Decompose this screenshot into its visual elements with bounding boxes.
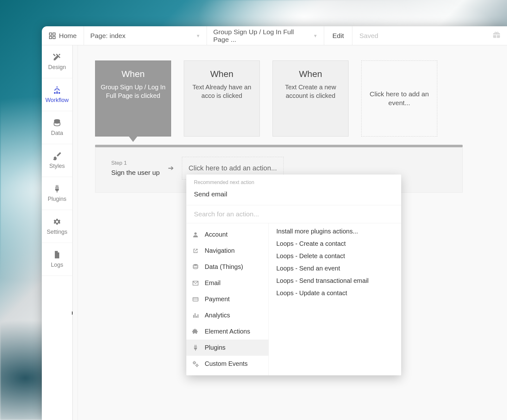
category-label: Payment (205, 296, 230, 303)
chevron-down-icon: ▼ (196, 33, 200, 38)
gear-icon (53, 217, 61, 226)
grid-icon (49, 32, 56, 39)
workflow-canvas: When Group Sign Up / Log In Full Page is… (73, 45, 507, 420)
svg-point-11 (196, 364, 198, 366)
events-row: When Group Sign Up / Log In Full Page is… (95, 60, 507, 137)
home-button[interactable]: Home (42, 26, 84, 45)
event-card[interactable]: When Text Already have an acco is clicke… (184, 60, 260, 137)
edit-label: Edit (332, 32, 344, 40)
category-label: Analytics (205, 312, 230, 319)
action-item[interactable]: Loops - Delete a contact (276, 252, 394, 260)
step-title: Sign the user up (111, 169, 160, 176)
gift-icon (492, 31, 501, 39)
external-link-icon (192, 247, 199, 254)
edit-button[interactable]: Edit (324, 26, 352, 45)
add-event-card[interactable]: Click here to add an event... (361, 60, 437, 137)
sidebar-item-settings[interactable]: Settings (42, 210, 72, 243)
sidebar-item-label: Design (48, 64, 66, 71)
save-status: Saved (352, 32, 385, 40)
svg-point-5 (194, 232, 196, 234)
svg-rect-1 (53, 33, 55, 35)
sidebar: Design Workflow Data Styles Plugins Sett… (42, 45, 73, 420)
gift-button[interactable] (486, 31, 507, 41)
editor-window: Home Page: index ▼ Group Sign Up / Log I… (42, 26, 507, 420)
sidebar-item-data[interactable]: Data (42, 111, 72, 144)
event-eyebrow: When (121, 69, 144, 79)
svg-point-6 (193, 264, 198, 266)
arrow-right-icon: ➔ (168, 164, 174, 172)
recommended-label: Recommended next action (194, 180, 394, 185)
timeline-strip (95, 145, 463, 147)
panel-search (186, 205, 401, 223)
event-eyebrow: When (210, 69, 233, 79)
credit-card-icon (192, 296, 199, 303)
actions-column: Install more plugins actions... Loops - … (269, 223, 401, 375)
sitemap-icon (53, 86, 61, 94)
panel-header: Recommended next action Send email (186, 175, 401, 205)
step-label: Step 1 (111, 160, 160, 166)
category-account[interactable]: Account (186, 226, 268, 243)
category-custom-events[interactable]: Custom Events (186, 356, 268, 372)
add-action-label: Click here to add an action... (189, 164, 277, 172)
home-label: Home (59, 32, 77, 40)
category-label: Navigation (205, 247, 235, 254)
recommended-action[interactable]: Send email (194, 187, 394, 203)
sidebar-item-design[interactable]: Design (42, 45, 72, 78)
category-payment[interactable]: Payment (186, 291, 268, 307)
file-icon (53, 250, 61, 259)
category-plugins[interactable]: Plugins (186, 340, 268, 356)
svg-rect-0 (49, 33, 52, 35)
page-selector-label: Page: index (90, 32, 125, 40)
category-data[interactable]: Data (Things) (186, 259, 268, 275)
sidebar-item-workflow[interactable]: Workflow (42, 78, 72, 111)
action-item[interactable]: Loops - Create a contact (276, 240, 394, 247)
action-item[interactable]: Loops - Send an event (276, 265, 394, 272)
category-navigation[interactable]: Navigation (186, 243, 268, 259)
sidebar-item-plugins[interactable]: Plugins (42, 177, 72, 210)
svg-rect-3 (53, 36, 55, 38)
database-icon (53, 118, 61, 127)
sidebar-item-label: Styles (49, 163, 65, 169)
envelope-icon (192, 280, 199, 287)
svg-point-10 (194, 362, 196, 364)
sidebar-item-label: Settings (47, 229, 67, 235)
category-column: Account Navigation Data (Things) (186, 223, 269, 375)
category-label: Account (205, 231, 228, 238)
category-label: Data (Things) (205, 263, 243, 270)
action-item[interactable]: Install more plugins actions... (276, 228, 394, 235)
event-eyebrow: When (299, 69, 322, 79)
event-description: Group Sign Up / Log In Full Page is clic… (100, 83, 166, 100)
plug-icon (192, 344, 199, 351)
sidebar-item-label: Workflow (45, 97, 69, 104)
sidebar-item-logs[interactable]: Logs (42, 243, 72, 276)
panel-body: Account Navigation Data (Things) (186, 223, 401, 375)
category-label: Custom Events (205, 360, 248, 367)
user-icon (192, 231, 199, 238)
brush-icon (53, 151, 61, 160)
category-label: Email (205, 279, 221, 287)
add-event-label: Click here to add an event... (369, 90, 429, 108)
sidebar-item-label: Plugins (48, 196, 66, 202)
plug-icon (53, 184, 61, 193)
category-email[interactable]: Email (186, 275, 268, 291)
event-description: Text Create a new account is clicked (278, 83, 343, 100)
sidebar-item-label: Data (51, 130, 63, 137)
steps-area: Step 1 Sign the user up ➔ Click here to … (95, 147, 463, 193)
category-element-actions[interactable]: Element Actions (186, 323, 268, 340)
saved-label: Saved (359, 32, 378, 39)
action-item[interactable]: Loops - Update a contact (276, 290, 394, 297)
event-card[interactable]: When Group Sign Up / Log In Full Page is… (95, 60, 171, 137)
event-card[interactable]: When Text Create a new account is clicke… (273, 60, 349, 137)
gears-icon (192, 360, 199, 367)
element-selector[interactable]: Group Sign Up / Log In Full Page ... ▼ (207, 26, 324, 45)
sidebar-item-styles[interactable]: Styles (42, 144, 72, 177)
sidebar-item-label: Logs (51, 262, 63, 268)
step-card[interactable]: Step 1 Sign the user up (111, 160, 160, 176)
action-item[interactable]: Loops - Send transactional email (276, 277, 394, 284)
page-selector[interactable]: Page: index ▼ (84, 26, 207, 45)
element-selector-label: Group Sign Up / Log In Full Page ... (213, 28, 310, 43)
chevron-down-icon: ▼ (313, 33, 318, 38)
category-analytics[interactable]: Analytics (186, 307, 268, 323)
category-label: Element Actions (205, 328, 250, 335)
action-search-input[interactable] (186, 205, 401, 223)
